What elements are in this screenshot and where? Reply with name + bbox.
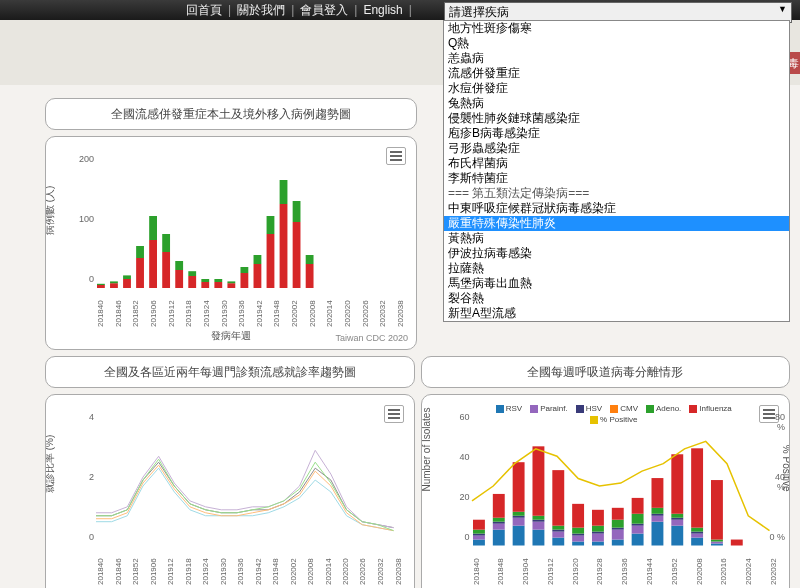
select-value: 請選擇疾病 xyxy=(449,5,509,19)
svg-rect-30 xyxy=(293,222,301,288)
svg-rect-19 xyxy=(214,279,222,282)
svg-rect-66 xyxy=(532,520,544,522)
chart3-title: 全國每週呼吸道病毒分離情形 xyxy=(421,356,791,388)
dropdown-option[interactable]: 拉薩熱 xyxy=(444,261,789,276)
svg-rect-7 xyxy=(136,246,144,258)
svg-rect-90 xyxy=(611,528,623,530)
svg-rect-46 xyxy=(472,540,484,546)
svg-rect-108 xyxy=(671,518,683,520)
nav-english[interactable]: English xyxy=(357,3,408,17)
dropdown-option[interactable]: 兔熱病 xyxy=(444,96,789,111)
dropdown-option[interactable]: 水痘併發症 xyxy=(444,81,789,96)
dropdown-option[interactable]: 馬堡病毒出血熱 xyxy=(444,276,789,291)
dropdown-option[interactable]: 李斯特菌症 xyxy=(444,171,789,186)
dropdown-option[interactable]: 新型A型流感 xyxy=(444,306,789,321)
dropdown-option[interactable]: Q熱 xyxy=(444,36,789,51)
chevron-down-icon: ▼ xyxy=(778,4,787,14)
svg-rect-118 xyxy=(710,544,722,546)
chart1: Taiwan CDC 2020 0100200病例數 (人)發病年週201840… xyxy=(45,136,417,350)
svg-rect-21 xyxy=(227,281,235,283)
svg-rect-105 xyxy=(651,478,663,508)
svg-rect-54 xyxy=(492,522,504,524)
svg-rect-98 xyxy=(631,514,643,524)
svg-rect-106 xyxy=(671,526,683,546)
svg-rect-32 xyxy=(306,264,314,288)
svg-rect-27 xyxy=(267,216,275,234)
svg-rect-123 xyxy=(710,480,722,540)
dropdown-option[interactable]: 伊波拉病毒感染 xyxy=(444,246,789,261)
svg-rect-6 xyxy=(136,258,144,288)
svg-rect-58 xyxy=(512,526,524,546)
svg-rect-114 xyxy=(691,532,703,534)
svg-rect-88 xyxy=(611,540,623,546)
svg-rect-82 xyxy=(591,542,603,546)
svg-rect-77 xyxy=(572,536,584,542)
nav-login[interactable]: 會員登入 xyxy=(294,2,354,19)
svg-rect-9 xyxy=(149,216,157,240)
svg-rect-48 xyxy=(472,534,484,536)
svg-rect-18 xyxy=(214,282,222,288)
svg-rect-62 xyxy=(512,512,524,516)
svg-rect-5 xyxy=(123,275,131,279)
svg-rect-23 xyxy=(240,267,248,273)
dropdown-option[interactable]: 嚴重特殊傳染性肺炎 xyxy=(444,216,789,231)
svg-rect-63 xyxy=(512,462,524,512)
svg-rect-17 xyxy=(201,279,209,282)
svg-rect-26 xyxy=(267,234,275,288)
dropdown-option[interactable]: 恙蟲病 xyxy=(444,51,789,66)
svg-rect-31 xyxy=(293,201,301,222)
chart1-title: 全國流感併發重症本土及境外移入病例趨勢圖 xyxy=(45,98,417,130)
chart2: Taiwan CDC 2020 (NHIA) 024就診比率 (%)就診年週20… xyxy=(45,394,415,588)
svg-rect-100 xyxy=(651,522,663,546)
dropdown-option[interactable]: 侵襲性肺炎鏈球菌感染症 xyxy=(444,111,789,126)
svg-rect-83 xyxy=(591,534,603,542)
dropdown-option[interactable]: 中東呼吸症候群冠狀病毒感染症 xyxy=(444,201,789,216)
svg-rect-3 xyxy=(110,281,118,283)
svg-rect-28 xyxy=(280,204,288,288)
svg-rect-104 xyxy=(651,508,663,514)
svg-rect-129 xyxy=(730,540,742,546)
svg-rect-57 xyxy=(492,494,504,518)
dropdown-option[interactable]: 黃熱病 xyxy=(444,231,789,246)
svg-rect-70 xyxy=(552,538,564,546)
dropdown-option[interactable]: 流感併發重症 xyxy=(444,66,789,81)
svg-rect-29 xyxy=(280,180,288,204)
dropdown-option[interactable]: 庖疹B病毒感染症 xyxy=(444,126,789,141)
svg-rect-119 xyxy=(710,542,722,544)
svg-rect-2 xyxy=(110,283,118,288)
svg-rect-69 xyxy=(532,446,544,515)
svg-rect-8 xyxy=(149,240,157,288)
dropdown-option[interactable]: 裂谷熱 xyxy=(444,291,789,306)
svg-rect-80 xyxy=(572,528,584,534)
svg-rect-4 xyxy=(123,279,131,288)
chart3: 02040600 %40 %80 %Number of Isolates% Po… xyxy=(421,394,791,588)
svg-rect-89 xyxy=(611,530,623,540)
svg-rect-107 xyxy=(671,520,683,526)
dropdown-option[interactable]: 弓形蟲感染症 xyxy=(444,141,789,156)
svg-rect-22 xyxy=(240,273,248,288)
svg-rect-1 xyxy=(97,284,105,285)
dropdown-option[interactable]: === 第五類法定傳染病=== xyxy=(444,186,789,201)
svg-rect-12 xyxy=(175,270,183,288)
svg-rect-11 xyxy=(162,234,170,252)
svg-rect-0 xyxy=(97,285,105,288)
svg-rect-25 xyxy=(254,255,262,264)
svg-rect-60 xyxy=(512,516,524,518)
nav-about[interactable]: 關於我們 xyxy=(231,2,291,19)
dropdown-option[interactable]: 布氏桿菌病 xyxy=(444,156,789,171)
nav-home[interactable]: 回首頁 xyxy=(180,2,228,19)
svg-rect-65 xyxy=(532,522,544,530)
svg-rect-99 xyxy=(631,498,643,514)
svg-rect-110 xyxy=(671,514,683,518)
svg-rect-14 xyxy=(188,276,196,288)
disease-dropdown[interactable]: 地方性斑疹傷寒Q熱恙蟲病流感併發重症水痘併發症兔熱病侵襲性肺炎鏈球菌感染症庖疹B… xyxy=(443,20,790,322)
svg-rect-116 xyxy=(691,528,703,532)
svg-rect-33 xyxy=(306,255,314,264)
svg-rect-112 xyxy=(691,538,703,546)
svg-rect-87 xyxy=(591,510,603,526)
svg-rect-111 xyxy=(671,454,683,514)
svg-rect-81 xyxy=(572,504,584,528)
svg-rect-86 xyxy=(591,526,603,532)
svg-rect-56 xyxy=(492,518,504,522)
dropdown-option[interactable]: 地方性斑疹傷寒 xyxy=(444,21,789,36)
